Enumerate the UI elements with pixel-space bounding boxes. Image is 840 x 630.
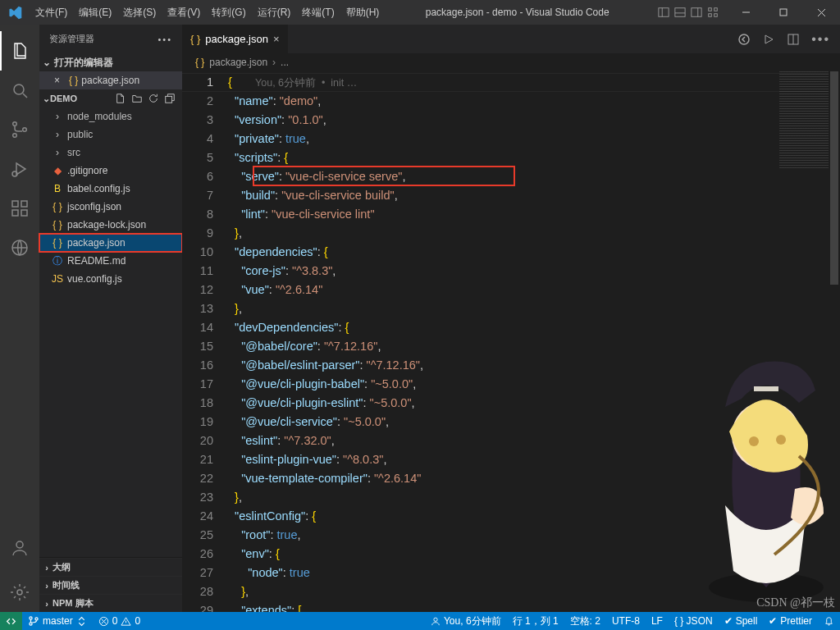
collapse-all-icon[interactable] (164, 93, 176, 104)
open-editors-section[interactable]: ⌄ 打开的编辑器 (39, 53, 182, 71)
file-icon: B (51, 183, 64, 194)
svg-line-15 (23, 94, 27, 98)
folder-section[interactable]: ⌄ DEMO (39, 89, 182, 107)
status-branch[interactable]: master (22, 612, 93, 630)
menu-item[interactable]: 运行(R) (252, 0, 297, 25)
open-editor-item[interactable]: × { } package.json (39, 71, 182, 89)
status-prettier[interactable]: ✔ Prettier (763, 612, 818, 630)
code-editor[interactable]: 1234567891011121314151617181920212223242… (182, 71, 840, 612)
explorer-sidebar: 资源管理器 ••• ⌄ 打开的编辑器 × { } package.json ⌄ … (39, 25, 182, 612)
explorer-icon[interactable] (0, 31, 39, 71)
file-tree: ›node_modules›public›src◆.gitignoreBbabe… (39, 107, 182, 288)
new-file-icon[interactable] (115, 93, 126, 104)
collapsed-section[interactable]: ›大纲 (39, 558, 182, 576)
svg-point-35 (30, 617, 32, 619)
svg-point-14 (14, 84, 24, 94)
svg-point-27 (17, 590, 22, 595)
minimap[interactable] (779, 71, 829, 170)
status-eol[interactable]: LF (646, 612, 669, 630)
title-bar: 文件(F)编辑(E)选择(S)查看(V)转到(G)运行(R)终端(T)帮助(H)… (0, 0, 840, 25)
file-item[interactable]: Bbabel.config.js (39, 180, 182, 198)
svg-rect-11 (780, 9, 787, 16)
status-bar: master 0 0 You, 6分钟前 行 1，列 1 空格: 2 UTF-8… (0, 612, 840, 630)
search-icon[interactable] (0, 71, 39, 110)
menu-item[interactable]: 编辑(E) (73, 0, 117, 25)
file-item[interactable]: { }package-lock.json (39, 216, 182, 234)
sidebar-title: 资源管理器 (49, 33, 94, 45)
breadcrumb[interactable]: { } package.json ... (182, 53, 840, 71)
json-file-icon: { } (195, 57, 204, 68)
menu-item[interactable]: 查看(V) (162, 0, 206, 25)
extensions-icon[interactable] (0, 189, 39, 228)
collapsed-section[interactable]: ›时间线 (39, 576, 182, 594)
sidebar-more-icon[interactable]: ••• (158, 34, 172, 44)
svg-rect-7 (714, 8, 718, 11)
svg-rect-22 (12, 210, 18, 216)
refresh-icon[interactable] (148, 93, 159, 104)
run-icon[interactable] (762, 33, 775, 46)
file-icon: ◆ (51, 165, 64, 176)
svg-point-42 (434, 618, 437, 621)
menu-item[interactable]: 选择(S) (117, 0, 162, 25)
settings-gear-icon[interactable] (0, 573, 39, 612)
status-notifications-icon[interactable] (818, 612, 840, 630)
svg-point-37 (35, 618, 38, 620)
status-problems[interactable]: 0 0 (93, 612, 146, 630)
run-debug-icon[interactable] (0, 149, 39, 189)
svg-rect-6 (709, 8, 712, 11)
close-button[interactable] (802, 0, 840, 25)
folder-item[interactable]: ›node_modules (39, 107, 182, 126)
code-content[interactable]: { You, 6分钟前 • init … "name": "demo", "ve… (228, 71, 840, 612)
svg-rect-4 (692, 8, 701, 17)
menu-item[interactable]: 文件(F) (30, 0, 73, 25)
status-cursor[interactable]: 行 1，列 1 (507, 612, 564, 630)
svg-rect-9 (714, 14, 718, 17)
source-control-icon[interactable] (0, 110, 39, 149)
status-encoding[interactable]: UTF-8 (606, 612, 646, 630)
chevron-right-icon: › (51, 111, 64, 122)
file-item[interactable]: { }package.json (39, 234, 182, 252)
status-spell[interactable]: ✔ Spell (719, 612, 764, 630)
go-back-icon[interactable] (737, 33, 751, 46)
menu-item[interactable]: 帮助(H) (340, 0, 386, 25)
editor-layout-controls[interactable] (650, 7, 727, 18)
split-editor-icon[interactable] (787, 33, 800, 46)
chevron-down-icon: ⌄ (43, 94, 50, 104)
minimize-button[interactable] (727, 0, 765, 25)
svg-point-31 (739, 34, 749, 44)
file-item[interactable]: JSvue.config.js (39, 270, 182, 288)
remote-indicator[interactable] (0, 612, 22, 630)
menu-item[interactable]: 转到(G) (206, 0, 251, 25)
folder-item[interactable]: ›src (39, 144, 182, 162)
close-tab-icon[interactable]: × (273, 33, 280, 45)
file-icon: { } (51, 219, 64, 231)
line-number-gutter: 1234567891011121314151617181920212223242… (182, 71, 228, 612)
status-language[interactable]: { } JSON (669, 612, 719, 630)
file-icon: ⓘ (51, 254, 64, 268)
status-spaces[interactable]: 空格: 2 (564, 612, 606, 630)
more-actions-icon[interactable]: ••• (811, 32, 830, 47)
chevron-down-icon: ⌄ (43, 57, 54, 68)
svg-point-16 (13, 122, 17, 126)
editor-tabs: { } package.json × ••• (182, 25, 840, 53)
menu-item[interactable]: 终端(T) (296, 0, 340, 25)
close-icon[interactable]: × (54, 75, 66, 86)
file-item[interactable]: { }jsconfig.json (39, 198, 182, 216)
svg-rect-2 (675, 8, 685, 17)
file-item[interactable]: ◆.gitignore (39, 162, 182, 180)
menu-bar: 文件(F)编辑(E)选择(S)查看(V)转到(G)运行(R)终端(T)帮助(H) (30, 0, 385, 25)
chevron-right-icon: › (51, 129, 64, 140)
collapsed-section[interactable]: ›NPM 脚本 (39, 594, 182, 612)
tab-package-json[interactable]: { } package.json × (182, 25, 289, 53)
svg-point-36 (30, 623, 32, 625)
new-folder-icon[interactable] (131, 93, 143, 104)
maximize-button[interactable] (765, 0, 802, 25)
vertical-scrollbar[interactable] (829, 71, 840, 612)
svg-rect-24 (21, 201, 27, 207)
file-item[interactable]: ⓘREADME.md (39, 252, 182, 270)
remote-icon[interactable] (0, 228, 39, 267)
accounts-icon[interactable] (0, 528, 39, 568)
vscode-logo-icon (0, 6, 30, 20)
folder-item[interactable]: ›public (39, 126, 182, 144)
status-blame[interactable]: You, 6分钟前 (425, 612, 507, 630)
